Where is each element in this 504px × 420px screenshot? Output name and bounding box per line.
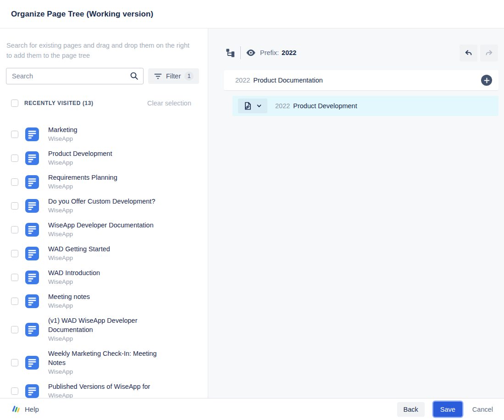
- undo-redo-group: [460, 44, 498, 61]
- page-list-item[interactable]: WAD Introduction WiseApp: [11, 268, 208, 286]
- clear-selection-link[interactable]: Clear selection: [147, 99, 191, 107]
- page-title: Marketing: [48, 125, 78, 134]
- page-checkbox[interactable]: [11, 359, 18, 366]
- page-space: WiseApp: [48, 391, 150, 398]
- page-space: WiseApp: [48, 277, 100, 286]
- page-doc-icon: [25, 356, 39, 370]
- add-page-button[interactable]: [481, 75, 492, 86]
- page-title: WAD Getting Started: [48, 244, 110, 254]
- page-checkbox[interactable]: [11, 387, 18, 395]
- page-list-item[interactable]: Published Versions of WiseApp for WiseAp…: [11, 382, 208, 398]
- help-button[interactable]: Help: [11, 404, 39, 414]
- page-checkbox[interactable]: [11, 226, 18, 233]
- page-title: Product Development: [48, 149, 112, 158]
- list-header-label: RECENTLY VISITED (13): [24, 100, 94, 106]
- page-text: Marketing WiseApp: [48, 125, 78, 143]
- page-title: WiseApp Developer Documentation: [48, 221, 154, 230]
- page-list-item[interactable]: Do you Offer Custom Development? WiseApp: [11, 197, 208, 215]
- page-list-item[interactable]: Weekly Marketing Check-In: Meeting Notes…: [11, 349, 208, 376]
- page-list-item[interactable]: (v1) WAD WiseApp Developer Documentation…: [11, 316, 208, 343]
- page-text: Requirements Planning WiseApp: [48, 173, 117, 191]
- list-header: RECENTLY VISITED (13) Clear selection: [11, 99, 191, 107]
- tree-child-row[interactable]: 2022 Product Development: [233, 96, 498, 116]
- page-tree-icon: [226, 48, 235, 58]
- page-checkbox[interactable]: [11, 155, 18, 162]
- search-field-wrap: [6, 68, 144, 84]
- page-text: Product Development WiseApp: [48, 149, 112, 167]
- page-checkbox[interactable]: [11, 298, 18, 305]
- filter-button[interactable]: Filter 1: [148, 68, 199, 84]
- page-doc-icon: [25, 127, 39, 141]
- page-doc-icon: [25, 247, 39, 260]
- panel-description: Search for existing pages and drag and d…: [0, 40, 194, 61]
- page-checkbox[interactable]: [11, 202, 18, 210]
- cancel-button[interactable]: Cancel: [472, 406, 493, 413]
- header-divider: [240, 46, 241, 59]
- search-panel: Search for existing pages and drag and d…: [0, 28, 208, 398]
- page-text: (v1) WAD WiseApp Developer Documentation…: [48, 316, 171, 343]
- linked-page-icon: [243, 101, 252, 111]
- page-space: WiseApp: [48, 206, 155, 215]
- watch-eye-icon[interactable]: [246, 48, 256, 58]
- page-checkbox[interactable]: [11, 274, 18, 281]
- redo-button[interactable]: [480, 44, 498, 61]
- page-list-item[interactable]: Product Development WiseApp: [11, 149, 208, 167]
- page-title: Published Versions of WiseApp for: [48, 382, 150, 391]
- help-label: Help: [25, 405, 39, 413]
- page-doc-icon: [25, 175, 39, 189]
- search-input[interactable]: [6, 68, 144, 84]
- page-checkbox[interactable]: [11, 131, 18, 138]
- tree-root-row[interactable]: 2022 Product Documentation: [224, 70, 498, 90]
- tree-panel: Prefix: 2022 2022 Product: [208, 28, 504, 398]
- page-space: WiseApp: [48, 134, 78, 143]
- page-text: WAD Getting Started WiseApp: [48, 244, 110, 262]
- page-text: WiseApp Developer Documentation WiseApp: [48, 221, 154, 238]
- page-checkbox[interactable]: [11, 178, 18, 186]
- tree-row-title: Product Development: [293, 102, 357, 110]
- page-space: WiseApp: [48, 367, 171, 376]
- page-list-item[interactable]: Meeting notes WiseApp: [11, 292, 208, 310]
- tree-row-prefix: 2022: [235, 77, 250, 84]
- page-doc-icon: [25, 271, 39, 284]
- save-button[interactable]: Save: [433, 402, 462, 417]
- page-text: Published Versions of WiseApp for WiseAp…: [48, 382, 150, 398]
- page-text: Weekly Marketing Check-In: Meeting Notes…: [48, 349, 171, 376]
- undo-button[interactable]: [460, 44, 477, 61]
- footer-actions: Back Save Cancel: [397, 402, 493, 417]
- dialog-footer: Help Back Save Cancel: [0, 398, 504, 420]
- page-list-item[interactable]: Requirements Planning WiseApp: [11, 173, 208, 191]
- page-list-item[interactable]: WAD Getting Started WiseApp: [11, 244, 208, 262]
- dialog-body: Search for existing pages and drag and d…: [0, 28, 504, 398]
- page-space: WiseApp: [48, 230, 154, 238]
- filter-count-badge: 1: [184, 72, 194, 81]
- dialog-header: Organize Page Tree (Working version): [0, 0, 504, 28]
- page-text: WAD Introduction WiseApp: [48, 268, 100, 286]
- page-title: Meeting notes: [48, 292, 90, 301]
- page-doc-icon: [25, 199, 39, 213]
- page-text: Meeting notes WiseApp: [48, 292, 90, 310]
- prefix-label: Prefix:: [260, 49, 279, 56]
- page-doc-icon: [25, 151, 39, 165]
- back-button[interactable]: Back: [397, 402, 425, 417]
- page-space: WiseApp: [48, 334, 171, 343]
- page-checkbox[interactable]: [11, 250, 18, 257]
- page-list-item[interactable]: Marketing WiseApp: [11, 125, 208, 143]
- page-list-item[interactable]: WiseApp Developer Documentation WiseApp: [11, 221, 208, 238]
- page-title: Requirements Planning: [48, 173, 117, 182]
- chevron-down-icon: [256, 103, 262, 109]
- page-space: WiseApp: [48, 301, 90, 310]
- page-title: (v1) WAD WiseApp Developer Documentation: [48, 316, 171, 334]
- page-title: WAD Introduction: [48, 268, 100, 277]
- page-doc-icon: [25, 384, 39, 398]
- page-title: Do you Offer Custom Development?: [48, 197, 155, 206]
- help-logo-icon: [11, 404, 21, 414]
- page-list: Marketing WiseApp: [11, 125, 208, 398]
- tree-row-prefix: 2022: [275, 102, 290, 110]
- page-space: WiseApp: [48, 182, 117, 191]
- tree-row-title: Product Documentation: [253, 77, 323, 84]
- page-space: WiseApp: [48, 158, 112, 167]
- page-type-button[interactable]: [238, 99, 267, 113]
- select-all-checkbox[interactable]: [11, 99, 18, 107]
- page-space: WiseApp: [48, 254, 110, 262]
- page-checkbox[interactable]: [11, 326, 18, 333]
